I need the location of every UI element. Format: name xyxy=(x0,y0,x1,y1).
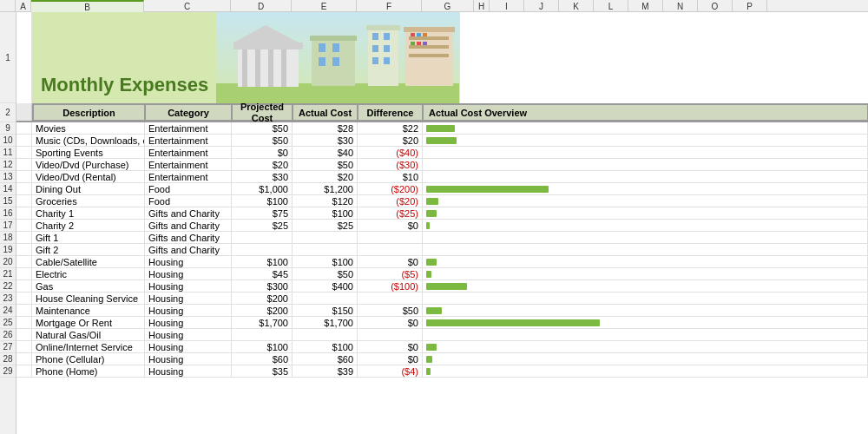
cell-category[interactable]: Housing xyxy=(145,293,232,304)
cell-description[interactable]: Phone (Cellular) xyxy=(32,353,145,365)
cell-projected[interactable]: $75 xyxy=(232,207,293,219)
col-header-e[interactable]: E xyxy=(292,0,357,12)
cell-description[interactable]: Groceries xyxy=(32,195,145,207)
cell-actual[interactable]: $150 xyxy=(293,305,358,316)
header-description[interactable]: Description xyxy=(32,103,145,121)
table-row[interactable]: Dining Out Food $1,000 $1,200 ($200) xyxy=(16,183,868,195)
cell-actual[interactable]: $1,700 xyxy=(293,317,358,328)
cell-difference[interactable] xyxy=(358,232,423,243)
cell-projected[interactable]: $200 xyxy=(232,305,293,316)
cell-difference[interactable]: $22 xyxy=(358,122,423,134)
cell-actual[interactable] xyxy=(293,232,358,243)
table-row[interactable]: House Cleaning Service Housing $200 xyxy=(16,293,868,305)
cell-difference[interactable] xyxy=(358,329,423,340)
cell-category[interactable]: Food xyxy=(145,183,232,194)
cell-projected[interactable]: $20 xyxy=(232,159,293,170)
cell-category[interactable]: Housing xyxy=(145,280,232,292)
table-row[interactable]: Charity 2 Gifts and Charity $25 $25 $0 xyxy=(16,220,868,232)
cell-difference[interactable]: $0 xyxy=(358,317,423,328)
cell-actual[interactable] xyxy=(293,244,358,255)
col-header-d[interactable]: D xyxy=(231,0,292,12)
cell-description[interactable]: Phone (Home) xyxy=(32,365,145,377)
table-row[interactable]: Sporting Events Entertainment $0 $40 ($4… xyxy=(16,147,868,159)
cell-description[interactable]: Gift 1 xyxy=(32,232,145,243)
cell-description[interactable]: Gift 2 xyxy=(32,244,145,255)
table-row[interactable]: Video/Dvd (Purchase) Entertainment $20 $… xyxy=(16,159,868,171)
col-header-g[interactable]: G xyxy=(422,0,474,12)
cell-description[interactable]: Online/Internet Service xyxy=(32,341,145,352)
col-header-l[interactable]: L xyxy=(594,0,628,12)
col-header-f[interactable]: F xyxy=(357,0,422,12)
cell-category[interactable]: Housing xyxy=(145,365,232,377)
cell-actual[interactable] xyxy=(293,329,358,340)
cell-category[interactable]: Housing xyxy=(145,341,232,352)
cell-projected[interactable]: $300 xyxy=(232,280,293,292)
col-header-m[interactable]: M xyxy=(628,0,663,12)
cell-category[interactable]: Entertainment xyxy=(145,147,232,158)
table-row[interactable]: Natural Gas/Oil Housing xyxy=(16,329,868,341)
cell-difference[interactable]: ($5) xyxy=(358,268,423,279)
col-header-k[interactable]: K xyxy=(559,0,594,12)
col-header-b[interactable]: B xyxy=(31,0,144,12)
cell-actual[interactable]: $1,200 xyxy=(293,183,358,194)
col-header-p[interactable]: P xyxy=(733,0,767,12)
cell-difference[interactable]: ($100) xyxy=(358,280,423,292)
cell-projected[interactable] xyxy=(232,244,293,255)
cell-category[interactable]: Gifts and Charity xyxy=(145,220,232,231)
cell-projected[interactable]: $1,700 xyxy=(232,317,293,328)
cell-category[interactable]: Housing xyxy=(145,317,232,328)
cell-actual[interactable]: $20 xyxy=(293,171,358,182)
cell-projected[interactable] xyxy=(232,232,293,243)
cell-description[interactable]: Mortgage Or Rent xyxy=(32,317,145,328)
cell-projected[interactable]: $100 xyxy=(232,341,293,352)
cell-difference[interactable] xyxy=(358,293,423,304)
table-row[interactable]: Gift 2 Gifts and Charity xyxy=(16,244,868,256)
cell-category[interactable]: Gifts and Charity xyxy=(145,207,232,219)
cell-actual[interactable]: $50 xyxy=(293,159,358,170)
table-row[interactable]: Movies Entertainment $50 $28 $22 xyxy=(16,122,868,135)
cell-description[interactable]: Natural Gas/Oil xyxy=(32,329,145,340)
cell-difference[interactable]: $20 xyxy=(358,135,423,146)
cell-difference[interactable]: $50 xyxy=(358,305,423,316)
cell-description[interactable]: House Cleaning Service xyxy=(32,293,145,304)
cell-projected[interactable]: $35 xyxy=(232,365,293,377)
cell-actual[interactable]: $120 xyxy=(293,195,358,207)
cell-difference[interactable]: $0 xyxy=(358,341,423,352)
cell-actual[interactable]: $400 xyxy=(293,280,358,292)
cell-actual[interactable]: $40 xyxy=(293,147,358,158)
cell-difference[interactable]: $10 xyxy=(358,171,423,182)
cell-description[interactable]: Sporting Events xyxy=(32,147,145,158)
cell-projected[interactable]: $30 xyxy=(232,171,293,182)
cell-description[interactable]: Charity 1 xyxy=(32,207,145,219)
cell-projected[interactable]: $100 xyxy=(232,256,293,267)
table-row[interactable]: Gift 1 Gifts and Charity xyxy=(16,232,868,244)
col-header-c[interactable]: C xyxy=(144,0,231,12)
cell-projected[interactable]: $45 xyxy=(232,268,293,279)
cell-category[interactable]: Housing xyxy=(145,256,232,267)
header-projected[interactable]: Projected Cost xyxy=(232,103,293,121)
cell-projected[interactable]: $60 xyxy=(232,353,293,365)
table-row[interactable]: Cable/Satellite Housing $100 $100 $0 xyxy=(16,256,868,268)
col-header-i[interactable]: I xyxy=(490,0,524,12)
table-row[interactable]: Charity 1 Gifts and Charity $75 $100 ($2… xyxy=(16,207,868,220)
cell-category[interactable]: Entertainment xyxy=(145,159,232,170)
cell-projected[interactable] xyxy=(232,329,293,340)
cell-projected[interactable]: $0 xyxy=(232,147,293,158)
table-row[interactable]: Music (CDs, Downloads, etc.) Entertainme… xyxy=(16,135,868,147)
cell-difference[interactable]: $0 xyxy=(358,220,423,231)
cell-category[interactable]: Gifts and Charity xyxy=(145,244,232,255)
table-row[interactable]: Video/Dvd (Rental) Entertainment $30 $20… xyxy=(16,171,868,183)
cell-projected[interactable]: $50 xyxy=(232,135,293,146)
col-header-a[interactable]: A xyxy=(16,0,31,12)
header-actual[interactable]: Actual Cost xyxy=(293,103,358,121)
cell-difference[interactable]: ($25) xyxy=(358,207,423,219)
cell-description[interactable]: Music (CDs, Downloads, etc.) xyxy=(32,135,145,146)
table-row[interactable]: Maintenance Housing $200 $150 $50 xyxy=(16,305,868,317)
cell-difference[interactable]: ($40) xyxy=(358,147,423,158)
table-row[interactable]: Phone (Home) Housing $35 $39 ($4) xyxy=(16,365,868,378)
cell-difference[interactable]: ($4) xyxy=(358,365,423,377)
cell-category[interactable]: Food xyxy=(145,195,232,207)
cell-difference[interactable]: ($200) xyxy=(358,183,423,194)
table-row[interactable]: Mortgage Or Rent Housing $1,700 $1,700 $… xyxy=(16,317,868,329)
cell-category[interactable]: Housing xyxy=(145,268,232,279)
